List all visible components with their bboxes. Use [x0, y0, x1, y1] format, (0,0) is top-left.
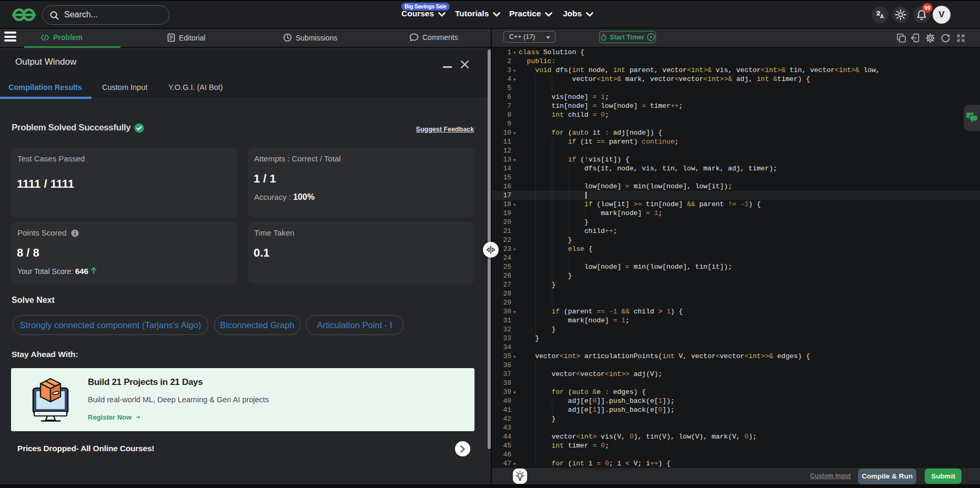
svg-text:A: A — [880, 14, 884, 19]
